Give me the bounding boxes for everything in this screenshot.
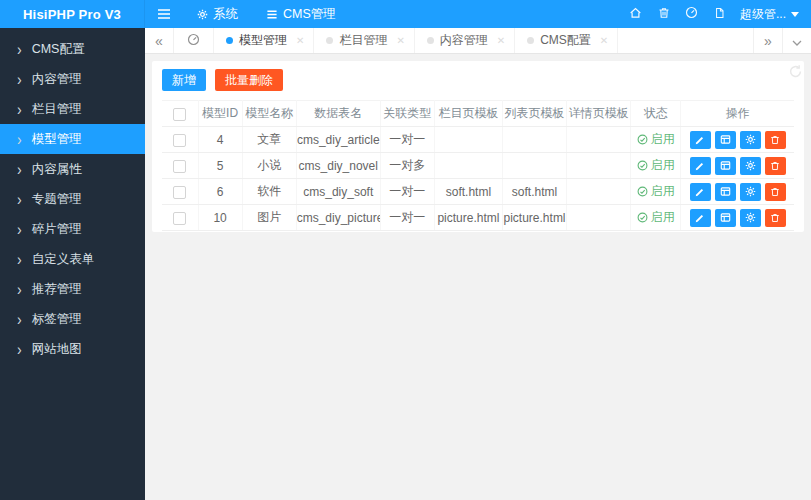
- cell-list-template: soft.html: [502, 179, 566, 205]
- fields-button[interactable]: [715, 209, 736, 227]
- close-icon[interactable]: ✕: [600, 35, 608, 46]
- table-row: 6 软件 cms_diy_soft 一对一 soft.html soft.htm…: [162, 179, 794, 205]
- user-menu[interactable]: 超级管...: [734, 0, 811, 28]
- close-icon[interactable]: ✕: [396, 35, 404, 46]
- fields-icon: [720, 212, 731, 223]
- chevron-right-icon: ›: [17, 41, 22, 57]
- status-badge[interactable]: 启用: [637, 131, 675, 148]
- batch-delete-button[interactable]: 批量删除: [215, 69, 283, 91]
- gear-icon: [745, 134, 756, 145]
- sidebar-item-cms-config[interactable]: ›CMS配置: [0, 34, 145, 64]
- col-header-relation-type: 关联类型: [380, 101, 434, 127]
- tabs-scroll-right-button[interactable]: »: [753, 28, 782, 53]
- cell-index-template: picture.html: [434, 205, 502, 231]
- sidebar-item-tag-manage[interactable]: ›标签管理: [0, 304, 145, 334]
- check-circle-icon: [637, 212, 648, 223]
- delete-button[interactable]: [765, 183, 786, 201]
- edit-button[interactable]: [690, 183, 711, 201]
- fields-icon: [720, 134, 731, 145]
- status-badge[interactable]: 启用: [637, 183, 675, 200]
- sidebar-item-content-manage[interactable]: ›内容管理: [0, 64, 145, 94]
- col-header-actions: 操作: [681, 101, 794, 127]
- fields-button[interactable]: [715, 131, 736, 149]
- fields-icon: [720, 160, 731, 171]
- home-button[interactable]: [622, 0, 650, 28]
- cell-detail-template: [567, 127, 631, 153]
- delete-button[interactable]: [765, 209, 786, 227]
- sidebar-item-label: 模型管理: [32, 131, 82, 148]
- sidebar-item-model-manage[interactable]: ›模型管理: [0, 124, 145, 154]
- main-area: « 模型管理 ✕ 栏目管理 ✕ 内容管理 ✕ CMS配置 ✕ »: [145, 0, 811, 239]
- col-header-model-name: 模型名称: [242, 101, 296, 127]
- sidebar-item-content-attr[interactable]: ›内容属性: [0, 154, 145, 184]
- home-icon: [629, 7, 642, 22]
- select-all-checkbox[interactable]: [173, 108, 186, 121]
- cell-model-id: 6: [198, 179, 242, 205]
- row-checkbox[interactable]: [173, 134, 186, 147]
- check-circle-icon: [637, 160, 648, 171]
- settings-button[interactable]: [740, 183, 761, 201]
- table-row: 10 图片 cms_diy_picture 一对一 picture.html p…: [162, 205, 794, 231]
- tab-home[interactable]: [174, 28, 214, 53]
- trash-icon: [770, 161, 780, 171]
- settings-button[interactable]: [740, 157, 761, 175]
- edit-button[interactable]: [690, 157, 711, 175]
- monitor-button[interactable]: [678, 0, 706, 28]
- gear-icon: [197, 9, 208, 20]
- close-icon[interactable]: ✕: [497, 35, 505, 46]
- clear-cache-button[interactable]: [650, 0, 678, 28]
- delete-button[interactable]: [765, 157, 786, 175]
- tab-cms-config[interactable]: CMS配置 ✕: [515, 28, 618, 53]
- delete-button[interactable]: [765, 131, 786, 149]
- cell-table-name: cms_diy_novel: [296, 153, 380, 179]
- edit-button[interactable]: [690, 131, 711, 149]
- sidebar-item-sitemap[interactable]: ›网站地图: [0, 334, 145, 364]
- sidebar-item-fragment-manage[interactable]: ›碎片管理: [0, 214, 145, 244]
- edit-icon: [695, 135, 705, 145]
- sidebar-toggle-button[interactable]: [145, 0, 183, 28]
- tabs-menu-button[interactable]: [782, 28, 811, 53]
- docs-button[interactable]: [706, 0, 734, 28]
- refresh-icon[interactable]: [788, 64, 803, 82]
- sidebar-item-column-manage[interactable]: ›栏目管理: [0, 94, 145, 124]
- sidebar-item-topic-manage[interactable]: ›专题管理: [0, 184, 145, 214]
- sidebar: ›CMS配置 ›内容管理 ›栏目管理 ›模型管理 ›内容属性 ›专题管理 ›碎片…: [0, 28, 145, 500]
- tab-column-manage[interactable]: 栏目管理 ✕: [314, 28, 414, 53]
- cell-relation: 一对一: [380, 205, 434, 231]
- row-checkbox[interactable]: [173, 186, 186, 199]
- topnav-system[interactable]: 系统: [183, 0, 252, 28]
- settings-button[interactable]: [740, 209, 761, 227]
- chevron-right-icon: ›: [17, 221, 22, 237]
- cell-model-name: 图片: [242, 205, 296, 231]
- tab-content-manage[interactable]: 内容管理 ✕: [415, 28, 515, 53]
- tabs-scroll-left-button[interactable]: «: [145, 28, 174, 53]
- fields-button[interactable]: [715, 183, 736, 201]
- edit-button[interactable]: [690, 209, 711, 227]
- status-badge[interactable]: 启用: [637, 157, 675, 174]
- close-icon[interactable]: ✕: [296, 35, 304, 46]
- tab-dot-icon: [226, 37, 233, 44]
- cell-index-template: soft.html: [434, 179, 502, 205]
- row-checkbox[interactable]: [173, 160, 186, 173]
- sidebar-item-custom-form[interactable]: ›自定义表单: [0, 244, 145, 274]
- row-actions: [690, 157, 786, 175]
- gear-icon: [745, 212, 756, 223]
- topnav-cms[interactable]: CMS管理: [252, 0, 350, 28]
- hamburger-icon: [157, 8, 171, 20]
- settings-button[interactable]: [740, 131, 761, 149]
- tab-model-manage[interactable]: 模型管理 ✕: [214, 28, 314, 53]
- sidebar-item-label: 内容属性: [32, 161, 82, 178]
- sidebar-item-recommend-manage[interactable]: ›推荐管理: [0, 274, 145, 304]
- gauge-icon: [187, 33, 200, 49]
- cell-model-name: 小说: [242, 153, 296, 179]
- fields-button[interactable]: [715, 157, 736, 175]
- cell-relation: 一对一: [380, 127, 434, 153]
- col-header-index-template: 栏目页模板: [434, 101, 502, 127]
- row-checkbox[interactable]: [173, 212, 186, 225]
- sidebar-item-label: 自定义表单: [32, 251, 95, 268]
- status-badge[interactable]: 启用: [637, 209, 675, 226]
- cell-model-name: 文章: [242, 127, 296, 153]
- add-button[interactable]: 新增: [162, 69, 206, 91]
- tab-label: 内容管理: [440, 32, 488, 49]
- chevron-down-icon: [792, 33, 802, 49]
